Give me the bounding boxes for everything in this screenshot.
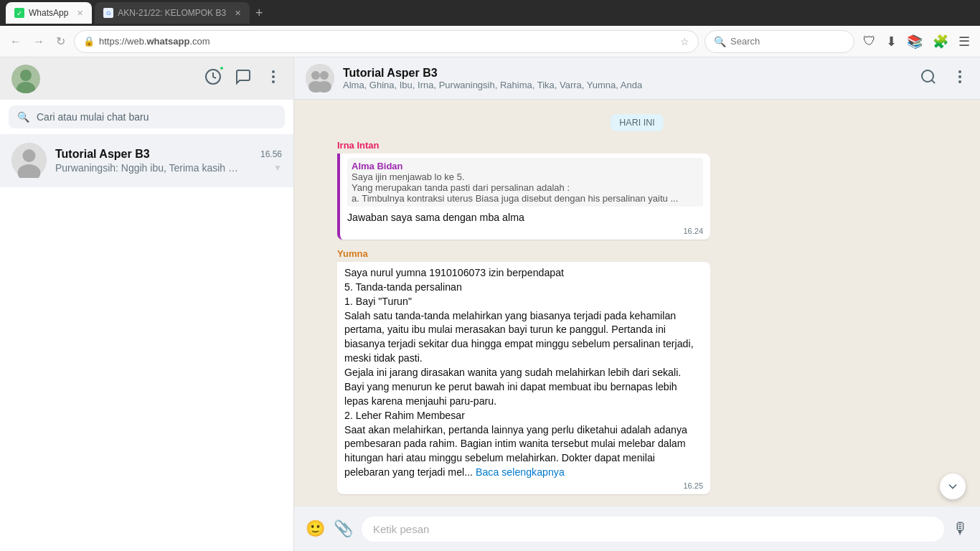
attachment-icon[interactable]: 📎 <box>334 519 353 538</box>
quoted-text: Saya ijin menjawab lo ke 5. Yang merupak… <box>352 171 699 204</box>
svg-point-11 <box>311 71 320 80</box>
tab-add-button[interactable]: + <box>255 6 263 21</box>
svg-point-14 <box>317 81 331 93</box>
svg-point-15 <box>922 70 933 82</box>
search-input-container[interactable]: 🔍 Cari atau mulai chat baru <box>9 105 285 128</box>
chat-header-actions <box>920 68 969 89</box>
scroll-down-button[interactable] <box>940 474 966 499</box>
search-box[interactable]: 🔍 <box>705 30 854 53</box>
message-sender: Irna Intan <box>337 140 937 151</box>
message-time: 16.24 <box>347 227 703 235</box>
menu-icon[interactable]: ☰ <box>956 31 973 52</box>
chat-time: 16.56 <box>260 149 282 159</box>
chat-header: Tutorial Asper B3 Alma, Ghina, Ibu, Irna… <box>294 57 980 100</box>
refresh-button[interactable]: ↻ <box>53 32 68 51</box>
quoted-block: Alma Bidan Saya ijin menjawab lo ke 5. Y… <box>347 158 703 207</box>
search-bar: 🔍 Cari atau mulai chat baru <box>0 100 293 134</box>
address-text: https://web.whatsapp.com <box>99 36 210 47</box>
akn-favicon: G <box>103 8 113 18</box>
tab-akn[interactable]: G AKN-21/22: KELOMPOK B3 ✕ <box>95 2 250 24</box>
search-placeholder: Cari atau mulai chat baru <box>37 111 149 123</box>
sidebar: 🔍 Cari atau mulai chat baru Tutorial Asp… <box>0 57 294 551</box>
forward-button[interactable]: → <box>30 32 47 51</box>
svg-point-17 <box>958 70 961 73</box>
browser-toolbar: ← → ↻ 🔒 https://web.whatsapp.com ☆ 🔍 🛡 ⬇… <box>0 26 980 57</box>
sidebar-header <box>0 57 293 100</box>
star-icon[interactable]: ☆ <box>680 36 689 47</box>
svg-point-8 <box>23 149 36 162</box>
chat-input: 🙂 📎 Ketik pesan 🎙 <box>294 507 980 551</box>
svg-point-6 <box>272 80 275 83</box>
sidebar-actions <box>204 68 282 89</box>
tab-bar: ✓ WhatsApp ✕ G AKN-21/22: KELOMPOK B3 ✕ … <box>0 0 980 26</box>
chat-avatar <box>11 143 47 178</box>
search-icon: 🔍 <box>714 36 726 47</box>
address-bar[interactable]: 🔒 https://web.whatsapp.com ☆ <box>74 30 699 53</box>
chat-preview: Purwaningsih: Nggih ibu, Terima kasih at… <box>55 162 242 174</box>
mic-icon[interactable]: 🎙 <box>953 519 969 538</box>
back-button[interactable]: ← <box>7 32 24 51</box>
message-bubble: Alma Bidan Saya ijin menjawab lo ke 5. Y… <box>337 154 710 240</box>
svg-line-16 <box>932 80 935 83</box>
svg-point-4 <box>272 70 275 73</box>
group-avatar[interactable] <box>306 64 334 93</box>
search-input[interactable] <box>730 36 845 47</box>
message-group: Irna Intan Alma Bidan Saya ijin menjawab… <box>337 140 937 240</box>
date-divider: HARI INI <box>337 114 937 131</box>
search-icon-sidebar: 🔍 <box>17 111 29 123</box>
group-members: Alma, Ghina, Ibu, Irna, Purwaningsih, Ra… <box>343 80 911 90</box>
tab-akn-label: AKN-21/22: KELOMPOK B3 <box>118 8 226 18</box>
message-text: Jawaban saya sama dengan mba alma <box>347 211 703 225</box>
svg-point-1 <box>20 70 32 81</box>
chevron-down-icon: ▼ <box>273 163 282 173</box>
user-avatar[interactable] <box>11 65 40 93</box>
input-placeholder: Ketik pesan <box>373 523 429 535</box>
tab-whatsapp-label: WhatsApp <box>29 8 68 18</box>
group-name: Tutorial Asper B3 <box>343 67 911 80</box>
message-group: Yumna Saya nurul yumna 1910106073 izin b… <box>337 248 937 494</box>
tab-akn-close[interactable]: ✕ <box>235 9 241 18</box>
svg-point-18 <box>958 75 961 78</box>
message-text: Saya nurul yumna 1910106073 izin berpend… <box>344 266 703 480</box>
collections-icon[interactable]: 📚 <box>904 31 925 52</box>
date-badge: HARI INI <box>611 114 663 131</box>
browser-chrome: ✓ WhatsApp ✕ G AKN-21/22: KELOMPOK B3 ✕ … <box>0 0 980 57</box>
lock-icon: 🔒 <box>83 36 95 47</box>
read-more-link[interactable]: Baca selengkapnya <box>476 466 565 478</box>
chat-name-row: Tutorial Asper B3 16.56 <box>55 148 282 161</box>
svg-point-5 <box>272 75 275 78</box>
more-chat-icon[interactable] <box>951 68 969 89</box>
svg-point-19 <box>958 80 961 83</box>
list-item[interactable]: Tutorial Asper B3 16.56 Purwaningsih: Ng… <box>0 134 293 187</box>
search-chat-icon[interactable] <box>920 68 937 89</box>
extension-icon[interactable]: 🧩 <box>930 31 951 52</box>
tab-whatsapp-close[interactable]: ✕ <box>77 9 83 18</box>
chat-icon[interactable] <box>235 68 252 89</box>
whatsapp-favicon: ✓ <box>14 8 24 18</box>
emoji-icon[interactable]: 🙂 <box>306 519 325 538</box>
more-icon[interactable] <box>265 68 282 89</box>
toolbar-icons: 🛡 ⬇ 📚 🧩 ☰ <box>860 31 973 52</box>
message-sender: Yumna <box>337 248 937 259</box>
message-time: 16.25 <box>344 481 703 490</box>
download-icon[interactable]: ⬇ <box>883 31 900 52</box>
chat-info: Tutorial Asper B3 16.56 Purwaningsih: Ng… <box>55 148 282 174</box>
message-input[interactable]: Ketik pesan <box>362 517 944 542</box>
app-container: 🔍 Cari atau mulai chat baru Tutorial Asp… <box>0 57 980 551</box>
chat-header-info[interactable]: Tutorial Asper B3 Alma, Ghina, Ibu, Irna… <box>343 67 911 90</box>
message-bubble: Saya nurul yumna 1910106073 izin berpend… <box>337 262 710 494</box>
svg-point-12 <box>320 71 329 80</box>
messages-container: HARI INI Irna Intan Alma Bidan Saya ijin… <box>294 100 980 507</box>
chat-preview-row: Purwaningsih: Nggih ibu, Terima kasih at… <box>55 162 282 174</box>
tab-whatsapp[interactable]: ✓ WhatsApp ✕ <box>6 2 92 24</box>
chat-area: Tutorial Asper B3 Alma, Ghina, Ibu, Irna… <box>294 57 980 551</box>
shield-icon[interactable]: 🛡 <box>860 31 879 52</box>
status-icon[interactable] <box>204 68 222 89</box>
quoted-name: Alma Bidan <box>352 161 699 171</box>
chat-list: Tutorial Asper B3 16.56 Purwaningsih: Ng… <box>0 134 293 551</box>
chat-name: Tutorial Asper B3 <box>55 148 150 161</box>
